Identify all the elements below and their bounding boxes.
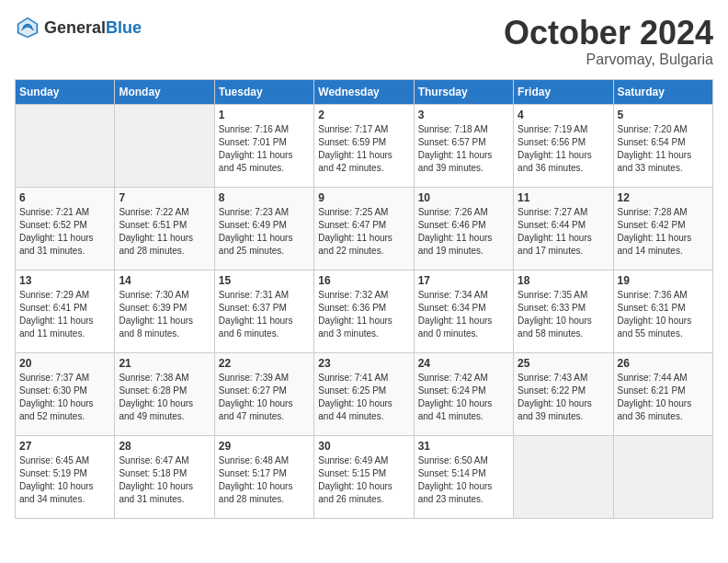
day-cell: 4Sunrise: 7:19 AMSunset: 6:56 PMDaylight…: [514, 104, 613, 187]
day-cell: 18Sunrise: 7:35 AMSunset: 6:33 PMDayligh…: [514, 270, 613, 352]
day-cell: 19Sunrise: 7:36 AMSunset: 6:31 PMDayligh…: [613, 270, 712, 352]
day-info: Sunrise: 7:42 AMSunset: 6:24 PMDaylight:…: [418, 372, 509, 423]
day-cell: 26Sunrise: 7:44 AMSunset: 6:21 PMDayligh…: [613, 352, 712, 435]
day-cell: 12Sunrise: 7:28 AMSunset: 6:42 PMDayligh…: [613, 187, 712, 270]
header-row: SundayMondayTuesdayWednesdayThursdayFrid…: [16, 79, 713, 104]
day-info: Sunrise: 7:31 AMSunset: 6:37 PMDaylight:…: [219, 289, 310, 340]
day-info: Sunrise: 7:39 AMSunset: 6:27 PMDaylight:…: [219, 372, 310, 423]
day-info: Sunrise: 7:20 AMSunset: 6:54 PMDaylight:…: [618, 123, 709, 175]
day-info: Sunrise: 7:22 AMSunset: 6:51 PMDaylight:…: [119, 206, 210, 258]
day-cell: 30Sunrise: 6:49 AMSunset: 5:15 PMDayligh…: [314, 435, 414, 518]
day-info: Sunrise: 6:47 AMSunset: 5:18 PMDaylight:…: [119, 454, 210, 506]
day-info: Sunrise: 7:36 AMSunset: 6:31 PMDaylight:…: [618, 289, 709, 340]
day-number: 25: [518, 357, 609, 370]
day-number: 12: [618, 191, 709, 204]
header-cell-saturday: Saturday: [613, 79, 712, 104]
header-cell-friday: Friday: [514, 79, 613, 104]
month-title: October 2024: [504, 15, 713, 52]
header-cell-wednesday: Wednesday: [314, 79, 414, 104]
day-info: Sunrise: 6:50 AMSunset: 5:14 PMDaylight:…: [418, 454, 509, 506]
day-info: Sunrise: 7:28 AMSunset: 6:42 PMDaylight:…: [618, 206, 709, 258]
day-cell: 24Sunrise: 7:42 AMSunset: 6:24 PMDayligh…: [414, 352, 513, 435]
day-info: Sunrise: 7:41 AMSunset: 6:25 PMDaylight:…: [318, 372, 409, 423]
day-info: Sunrise: 7:16 AMSunset: 7:01 PMDaylight:…: [219, 123, 310, 175]
day-cell: 17Sunrise: 7:34 AMSunset: 6:34 PMDayligh…: [414, 270, 513, 352]
week-row-3: 13Sunrise: 7:29 AMSunset: 6:41 PMDayligh…: [16, 270, 713, 352]
day-info: Sunrise: 7:29 AMSunset: 6:41 PMDaylight:…: [19, 289, 110, 340]
day-cell: 20Sunrise: 7:37 AMSunset: 6:30 PMDayligh…: [16, 352, 115, 435]
day-cell: 1Sunrise: 7:16 AMSunset: 7:01 PMDaylight…: [214, 104, 313, 187]
day-number: 21: [119, 357, 210, 370]
day-number: 16: [318, 274, 409, 287]
week-row-4: 20Sunrise: 7:37 AMSunset: 6:30 PMDayligh…: [16, 352, 713, 435]
day-number: 30: [318, 440, 409, 453]
day-info: Sunrise: 7:44 AMSunset: 6:21 PMDaylight:…: [618, 372, 709, 423]
day-number: 5: [618, 109, 709, 121]
day-number: 9: [318, 191, 409, 204]
day-cell: 13Sunrise: 7:29 AMSunset: 6:41 PMDayligh…: [16, 270, 115, 352]
day-number: 26: [618, 357, 709, 370]
day-cell: 22Sunrise: 7:39 AMSunset: 6:27 PMDayligh…: [214, 352, 313, 435]
day-cell: 16Sunrise: 7:32 AMSunset: 6:36 PMDayligh…: [314, 270, 414, 352]
day-number: 6: [19, 191, 110, 204]
day-number: 10: [418, 191, 509, 204]
day-number: 27: [19, 440, 110, 453]
week-row-5: 27Sunrise: 6:45 AMSunset: 5:19 PMDayligh…: [16, 435, 713, 518]
day-cell: 29Sunrise: 6:48 AMSunset: 5:17 PMDayligh…: [214, 435, 313, 518]
day-number: 3: [418, 109, 509, 121]
day-cell: 2Sunrise: 7:17 AMSunset: 6:59 PMDaylight…: [314, 104, 414, 187]
calendar-table: SundayMondayTuesdayWednesdayThursdayFrid…: [15, 79, 713, 519]
day-info: Sunrise: 7:37 AMSunset: 6:30 PMDaylight:…: [19, 372, 110, 423]
day-cell: 9Sunrise: 7:25 AMSunset: 6:47 PMDaylight…: [314, 187, 414, 270]
day-number: 18: [518, 274, 609, 287]
day-info: Sunrise: 7:32 AMSunset: 6:36 PMDaylight:…: [318, 289, 409, 340]
header-cell-thursday: Thursday: [414, 79, 513, 104]
day-number: 7: [119, 191, 210, 204]
day-cell: 7Sunrise: 7:22 AMSunset: 6:51 PMDaylight…: [115, 187, 214, 270]
day-number: 29: [219, 440, 310, 453]
day-info: Sunrise: 7:18 AMSunset: 6:57 PMDaylight:…: [418, 123, 509, 175]
day-info: Sunrise: 7:43 AMSunset: 6:22 PMDaylight:…: [518, 372, 609, 423]
day-info: Sunrise: 7:34 AMSunset: 6:34 PMDaylight:…: [418, 289, 509, 340]
day-number: 13: [19, 274, 110, 287]
day-number: 17: [418, 274, 509, 287]
day-number: 22: [219, 357, 310, 370]
header-cell-monday: Monday: [115, 79, 214, 104]
day-cell: [613, 435, 712, 518]
day-cell: 8Sunrise: 7:23 AMSunset: 6:49 PMDaylight…: [214, 187, 313, 270]
day-cell: 6Sunrise: 7:21 AMSunset: 6:52 PMDaylight…: [16, 187, 115, 270]
logo-text: GeneralBlue: [44, 18, 142, 38]
day-cell: 28Sunrise: 6:47 AMSunset: 5:18 PMDayligh…: [115, 435, 214, 518]
day-number: 19: [618, 274, 709, 287]
day-info: Sunrise: 7:35 AMSunset: 6:33 PMDaylight:…: [518, 289, 609, 340]
day-info: Sunrise: 7:26 AMSunset: 6:46 PMDaylight:…: [418, 206, 509, 258]
header-cell-sunday: Sunday: [16, 79, 115, 104]
day-cell: [514, 435, 613, 518]
day-cell: [16, 104, 115, 187]
day-cell: 3Sunrise: 7:18 AMSunset: 6:57 PMDaylight…: [414, 104, 513, 187]
page-header: GeneralBlue October 2024 Parvomay, Bulga…: [15, 15, 713, 68]
day-number: 2: [318, 109, 409, 121]
day-cell: 25Sunrise: 7:43 AMSunset: 6:22 PMDayligh…: [514, 352, 613, 435]
day-cell: 10Sunrise: 7:26 AMSunset: 6:46 PMDayligh…: [414, 187, 513, 270]
day-number: 31: [418, 440, 509, 453]
day-number: 8: [219, 191, 310, 204]
day-number: 14: [119, 274, 210, 287]
day-cell: 11Sunrise: 7:27 AMSunset: 6:44 PMDayligh…: [514, 187, 613, 270]
day-number: 24: [418, 357, 509, 370]
day-info: Sunrise: 7:25 AMSunset: 6:47 PMDaylight:…: [318, 206, 409, 258]
day-info: Sunrise: 7:21 AMSunset: 6:52 PMDaylight:…: [19, 206, 110, 258]
day-info: Sunrise: 7:27 AMSunset: 6:44 PMDaylight:…: [518, 206, 609, 258]
title-area: October 2024 Parvomay, Bulgaria: [504, 15, 713, 68]
day-cell: 23Sunrise: 7:41 AMSunset: 6:25 PMDayligh…: [314, 352, 414, 435]
week-row-2: 6Sunrise: 7:21 AMSunset: 6:52 PMDaylight…: [16, 187, 713, 270]
day-info: Sunrise: 7:38 AMSunset: 6:28 PMDaylight:…: [119, 372, 210, 423]
day-cell: 5Sunrise: 7:20 AMSunset: 6:54 PMDaylight…: [613, 104, 712, 187]
day-cell: 27Sunrise: 6:45 AMSunset: 5:19 PMDayligh…: [16, 435, 115, 518]
day-info: Sunrise: 6:49 AMSunset: 5:15 PMDaylight:…: [318, 454, 409, 506]
day-cell: 14Sunrise: 7:30 AMSunset: 6:39 PMDayligh…: [115, 270, 214, 352]
day-info: Sunrise: 6:48 AMSunset: 5:17 PMDaylight:…: [219, 454, 310, 506]
logo-icon: [15, 15, 40, 40]
day-number: 1: [219, 109, 310, 121]
logo-general: General: [44, 18, 106, 37]
